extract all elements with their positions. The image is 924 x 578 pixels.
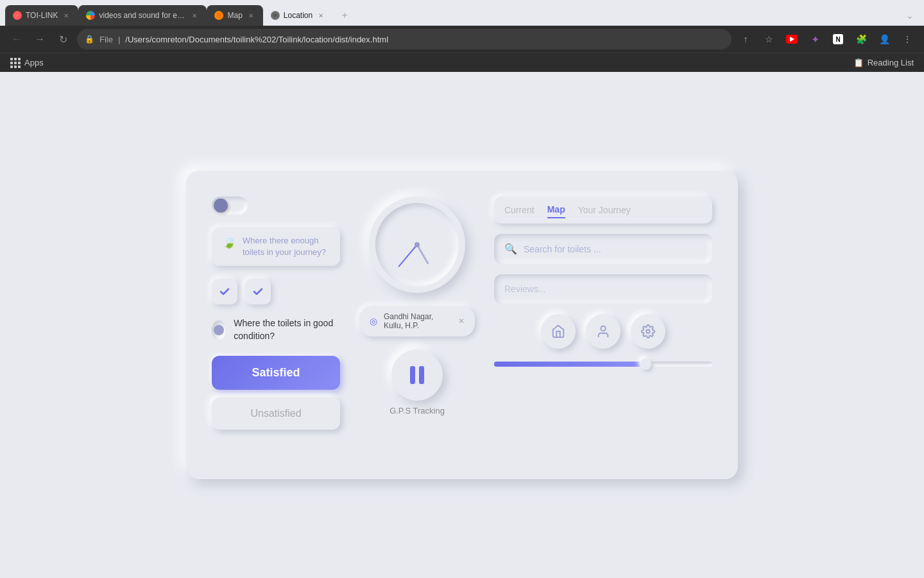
pause-bar-left bbox=[410, 366, 415, 384]
share-button[interactable]: ↑ bbox=[737, 30, 755, 48]
toolbar: ← → ↻ 🔒 File | /Users/comreton/Documents… bbox=[0, 26, 924, 53]
satisfied-button[interactable]: Satisfied bbox=[212, 356, 340, 390]
extension-icon[interactable]: ✦ bbox=[806, 30, 824, 48]
page-content: 🍃 Where there enough toilets in your jou… bbox=[0, 72, 924, 578]
back-button[interactable]: ← bbox=[8, 30, 26, 48]
reading-list-icon: 📋 bbox=[853, 58, 864, 67]
toggle-row bbox=[212, 197, 340, 215]
tab-your-journey[interactable]: Your Journey bbox=[578, 202, 631, 218]
reading-list-button[interactable]: 📋 Reading List bbox=[853, 58, 914, 67]
bookmarks-bar: Apps 📋 Reading List bbox=[0, 53, 924, 72]
minute-hand bbox=[398, 244, 417, 267]
toggle-switch[interactable] bbox=[212, 197, 248, 215]
tab-videos[interactable]: videos and sound for editing - ✕ bbox=[78, 5, 207, 26]
location-icon: ◎ bbox=[370, 316, 377, 326]
checkboxes-row bbox=[212, 279, 340, 304]
tab-close-toi[interactable]: ✕ bbox=[62, 11, 71, 20]
extensions-button[interactable]: 🧩 bbox=[852, 30, 870, 48]
notion-icon: N bbox=[829, 30, 847, 48]
apps-label: Apps bbox=[24, 58, 44, 67]
tab-current[interactable]: Current bbox=[504, 202, 535, 218]
bottom-icons bbox=[494, 314, 712, 349]
pause-bar-right bbox=[419, 366, 424, 384]
tab-icon-location bbox=[271, 11, 280, 20]
app-card: 🍃 Where there enough toilets in your jou… bbox=[186, 171, 738, 479]
satisfaction-buttons: Satisfied Unsatisfied bbox=[212, 356, 340, 430]
tab-label-toi: TOI-LINK bbox=[26, 11, 58, 20]
reload-button[interactable]: ↻ bbox=[54, 30, 72, 48]
address-lock-icon: 🔒 bbox=[85, 35, 94, 44]
search-box[interactable]: 🔍 Search for toilets ... bbox=[494, 234, 712, 264]
slider-track[interactable] bbox=[494, 362, 712, 367]
apps-button[interactable]: Apps bbox=[10, 58, 44, 68]
radio-button[interactable] bbox=[212, 320, 226, 340]
leaf-icon: 🍃 bbox=[222, 235, 236, 249]
condition-question: Where the toilets in good condition? bbox=[234, 317, 340, 342]
reading-list-label: Reading List bbox=[868, 58, 914, 67]
right-panel: Current Map Your Journey 🔍 Search for to… bbox=[494, 197, 712, 453]
left-panel: 🍃 Where there enough toilets in your jou… bbox=[212, 197, 340, 453]
forward-button[interactable]: → bbox=[31, 30, 49, 48]
bookmark-button[interactable]: ☆ bbox=[760, 30, 778, 48]
apps-grid-icon bbox=[10, 58, 21, 68]
tab-close-videos[interactable]: ✕ bbox=[190, 11, 199, 20]
pause-icon bbox=[410, 366, 424, 384]
address-separator: | bbox=[118, 35, 120, 44]
youtube-icon bbox=[783, 30, 801, 48]
slider-container bbox=[494, 359, 712, 369]
radio-inner bbox=[214, 325, 224, 335]
gps-container: G.P.S Tracking bbox=[389, 349, 445, 416]
clock-center bbox=[415, 242, 420, 247]
unsatisfied-button[interactable]: Unsatisfied bbox=[212, 398, 340, 430]
tab-location[interactable]: Location ✕ bbox=[263, 5, 333, 26]
address-file-label: File bbox=[99, 35, 113, 44]
menu-button[interactable]: ⋮ bbox=[898, 30, 916, 48]
profile-button[interactable]: 👤 bbox=[875, 30, 893, 48]
gps-label: G.P.S Tracking bbox=[389, 406, 445, 416]
condition-row: Where the toilets in good condition? bbox=[212, 317, 340, 342]
svg-point-0 bbox=[601, 326, 605, 331]
tab-map[interactable]: Map bbox=[547, 202, 565, 218]
address-path: /Users/comreton/Documents/toilink%202/To… bbox=[125, 35, 388, 44]
tab-label-videos: videos and sound for editing - bbox=[99, 11, 186, 20]
nav-tabs: Current Map Your Journey bbox=[494, 197, 712, 223]
slider-thumb[interactable] bbox=[640, 358, 651, 370]
question-text: Where there enough toilets in your journ… bbox=[243, 235, 330, 258]
person-button[interactable] bbox=[586, 314, 620, 349]
checkbox-2[interactable] bbox=[245, 279, 271, 304]
toggle-knob bbox=[214, 198, 228, 213]
browser-chrome: TOI-LINK ✕ videos and sound for editing … bbox=[0, 0, 924, 72]
tab-map[interactable]: Map ✕ bbox=[207, 5, 262, 26]
tab-label-map: Map bbox=[227, 11, 242, 20]
middle-panel: ◎ Gandhi Nagar, Kullu, H.P. ✕ G.P.S Trac… bbox=[359, 197, 475, 453]
settings-button[interactable] bbox=[631, 314, 665, 349]
location-close-button[interactable]: ✕ bbox=[458, 317, 465, 326]
tab-toi[interactable]: TOI-LINK ✕ bbox=[5, 5, 78, 26]
question-box: 🍃 Where there enough toilets in your jou… bbox=[212, 227, 340, 266]
tab-icon-map bbox=[214, 11, 223, 20]
slider-fill bbox=[494, 362, 642, 367]
search-icon: 🔍 bbox=[504, 243, 517, 255]
tab-icon-toi bbox=[13, 11, 22, 20]
location-name: Gandhi Nagar, Kullu, H.P. bbox=[384, 312, 452, 330]
clock-container bbox=[369, 197, 465, 293]
tab-icon-videos bbox=[86, 11, 95, 20]
search-placeholder: Search for toilets ... bbox=[524, 244, 601, 254]
clock-face bbox=[375, 203, 459, 286]
tab-close-location[interactable]: ✕ bbox=[316, 11, 325, 20]
svg-point-1 bbox=[646, 329, 650, 333]
checkbox-1[interactable] bbox=[212, 279, 237, 304]
reviews-box[interactable]: Reviews... bbox=[494, 274, 712, 304]
tab-label-location: Location bbox=[284, 11, 312, 20]
hour-hand bbox=[416, 244, 429, 265]
home-button[interactable] bbox=[541, 314, 576, 349]
tab-close-map[interactable]: ✕ bbox=[246, 11, 255, 20]
address-bar[interactable]: 🔒 File | /Users/comreton/Documents/toili… bbox=[77, 29, 732, 49]
tab-bar: TOI-LINK ✕ videos and sound for editing … bbox=[0, 0, 924, 26]
reviews-placeholder: Reviews... bbox=[504, 284, 546, 294]
gps-button[interactable] bbox=[391, 349, 443, 401]
new-tab-button[interactable]: + bbox=[336, 6, 354, 24]
location-tag: ◎ Gandhi Nagar, Kullu, H.P. ✕ bbox=[359, 306, 475, 337]
tab-list-button[interactable]: ⌄ bbox=[901, 8, 919, 23]
